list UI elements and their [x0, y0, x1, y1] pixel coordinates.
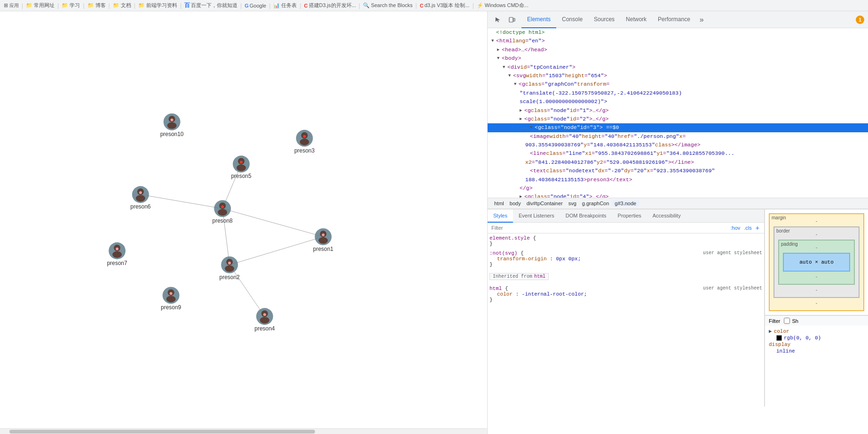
html-tag: <html	[496, 37, 513, 45]
dom-line-node1[interactable]: <g class = "node" id = "1" > … </g>	[488, 106, 868, 115]
breadcrumb-svg[interactable]: svg	[566, 201, 579, 206]
device-toolbar-button[interactable]	[505, 13, 519, 26]
tab-properties[interactable]: Properties	[612, 209, 647, 223]
node-preson6[interactable]: preson6	[130, 186, 151, 210]
bookmark-wincmd[interactable]: ⚡ Windows CMD命...	[477, 2, 529, 9]
dom-line-body[interactable]: <body>	[488, 54, 868, 63]
css-selector-html[interactable]: html { user agent stylesheet	[489, 286, 762, 291]
padding-top[interactable]: -	[816, 244, 818, 251]
devtools-more-tabs[interactable]: »	[696, 16, 708, 24]
triangle-graphcon[interactable]	[514, 81, 519, 88]
border-top[interactable]: -	[816, 231, 818, 238]
bookmark-d3v3[interactable]: C d3.js V3版本 绘制...	[420, 2, 470, 9]
dom-line-html[interactable]: <html lang = "en" >	[488, 37, 868, 45]
triangle-html[interactable]	[491, 38, 496, 44]
tab-elements[interactable]: Elements	[521, 11, 556, 28]
tab-console[interactable]: Console	[556, 11, 588, 28]
show-inherited-checkbox[interactable]	[784, 318, 790, 324]
bookmark-google[interactable]: G Google	[245, 3, 266, 8]
dom-line-node4[interactable]: <g class = "node" id = "4" > … </g>	[488, 193, 868, 198]
tab-performance[interactable]: Performance	[652, 11, 696, 28]
filter-cls[interactable]: .cls	[743, 225, 753, 231]
bookmark-sep5: |	[134, 2, 135, 9]
dom-line-doctype[interactable]: <!doctype html>	[488, 28, 868, 37]
breadcrumb-graphcon[interactable]: g.graphCon	[579, 201, 612, 206]
breadcrumb-html[interactable]: html	[491, 201, 507, 206]
css-close-not-svg: }	[489, 262, 762, 267]
node-preson2[interactable]: preson2	[220, 257, 240, 281]
bookmark-task[interactable]: 📊 任务表	[273, 2, 297, 9]
scrollbar-thumb[interactable]	[9, 430, 315, 434]
box-model-margin: margin - border -	[769, 213, 864, 311]
styles-panel: Styles Event Listeners DOM Breakpoints P…	[488, 209, 765, 407]
breadcrumb-node3[interactable]: g#3.node	[612, 201, 639, 206]
padding-bottom[interactable]: -	[816, 273, 818, 280]
svg-point-14	[260, 317, 269, 323]
triangle-node2[interactable]	[520, 116, 524, 122]
dom-line-line-coords: x2 = "841.2284004012786" y2 = "529.00458…	[488, 158, 868, 167]
tab-accessibility[interactable]: Accessibility	[647, 209, 687, 223]
triangle-svg[interactable]	[508, 72, 513, 79]
css-selector-element[interactable]: element.style {	[489, 235, 762, 241]
horizontal-scrollbar[interactable]	[0, 428, 487, 434]
tab-dom-breakpoints[interactable]: DOM Breakpoints	[560, 209, 612, 223]
bookmark-changyon[interactable]: 📁 常用网址	[26, 2, 55, 9]
tab-styles[interactable]: Styles	[488, 209, 513, 223]
triangle-head[interactable]	[497, 47, 502, 53]
bookmark-qianduan[interactable]: 📁 前端学习资料	[138, 2, 177, 9]
bookmark-d3build[interactable]: C 搭建D3.js的开发环...	[304, 2, 356, 9]
bookmark-sep11: |	[416, 2, 417, 9]
node-preson1[interactable]: preson1	[313, 228, 334, 252]
tab-sources[interactable]: Sources	[588, 11, 620, 28]
dom-line-node3-selected[interactable]: ... <g class = "node" id = "3" > == $0	[488, 123, 868, 132]
tab-event-listeners[interactable]: Event Listeners	[513, 209, 560, 223]
breadcrumb-tpcontainer[interactable]: div#tpContainer	[524, 201, 566, 206]
color-swatch-black[interactable]	[776, 335, 782, 341]
svg-point-23	[139, 191, 142, 194]
margin-bottom[interactable]: -	[816, 300, 818, 306]
bookmark-baidu[interactable]: 百 百度一下，你就知道	[184, 1, 237, 9]
css-close-html: }	[489, 297, 762, 303]
node-preson5[interactable]: preson5	[231, 156, 252, 180]
node-preson7[interactable]: preson7	[107, 242, 127, 266]
bookmark-xuexi[interactable]: 📁 学习	[62, 2, 80, 9]
node-preson3[interactable]: preson3	[294, 130, 315, 154]
tab-network[interactable]: Network	[620, 11, 652, 28]
triangle-body[interactable]	[497, 55, 502, 62]
dom-line-tpcontainer[interactable]: <div id = "tpContainer" >	[488, 63, 868, 72]
triangle-node4[interactable]	[520, 193, 524, 198]
triangle-node1[interactable]	[520, 107, 524, 114]
color-expand-icon[interactable]: ▶	[769, 328, 772, 334]
css-selector-not-svg[interactable]: :not(svg) { user agent stylesheet	[489, 250, 762, 256]
box-model-panel: margin - border -	[765, 209, 868, 407]
bookmark-apps[interactable]: ⊞应用	[4, 2, 19, 9]
show-checkbox[interactable]: Sh	[784, 318, 798, 324]
dom-line-text[interactable]: <text class = "nodetext" dx = "-20" dy =…	[488, 167, 868, 175]
breadcrumb-body[interactable]: body	[507, 201, 524, 206]
node-preson4[interactable]: preson4	[254, 308, 275, 332]
bookmark-search-blocks[interactable]: 🔍 Search the Blocks	[363, 2, 413, 8]
margin-top[interactable]: -	[816, 218, 818, 225]
triangle-node3[interactable]	[530, 124, 535, 131]
css-prop-color[interactable]: color : -internal-root-color;	[489, 291, 762, 297]
styles-filter-input[interactable]	[491, 225, 730, 231]
node-preson10[interactable]: preson10	[160, 113, 184, 137]
inspect-element-button[interactable]	[491, 13, 505, 26]
triangle-tpcontainer[interactable]	[503, 64, 507, 71]
bottom-panel: Styles Event Listeners DOM Breakpoints P…	[488, 209, 868, 407]
dom-line-svg[interactable]: <svg width = "1503" height = "654" >	[488, 72, 868, 80]
dom-line-head[interactable]: <head> … </head>	[488, 46, 868, 54]
filter-add[interactable]: +	[755, 224, 760, 232]
border-bottom[interactable]: -	[816, 287, 818, 293]
node-preson8[interactable]: preson8	[213, 200, 233, 224]
dom-line-node2[interactable]: <g class = "node" id = "2" > … </g>	[488, 115, 868, 123]
bookmark-doc[interactable]: 📁 文档	[113, 2, 131, 9]
node-label-preson9: preson9	[161, 304, 181, 311]
node-preson9[interactable]: preson9	[161, 287, 181, 311]
css-prop-transform-origin[interactable]: transform-origin : 0px 0px;	[489, 256, 762, 262]
filter-hover[interactable]: :hov	[730, 225, 742, 231]
dom-line-graphcon[interactable]: <g class = "graphCon" transform =	[488, 80, 868, 88]
dom-line-line[interactable]: <line class = "line" x1 = "955.384370269…	[488, 149, 868, 158]
dom-line-image[interactable]: <image width = "40" height = "40" href =…	[488, 132, 868, 141]
bookmark-blog[interactable]: 📁 博客	[87, 2, 106, 9]
